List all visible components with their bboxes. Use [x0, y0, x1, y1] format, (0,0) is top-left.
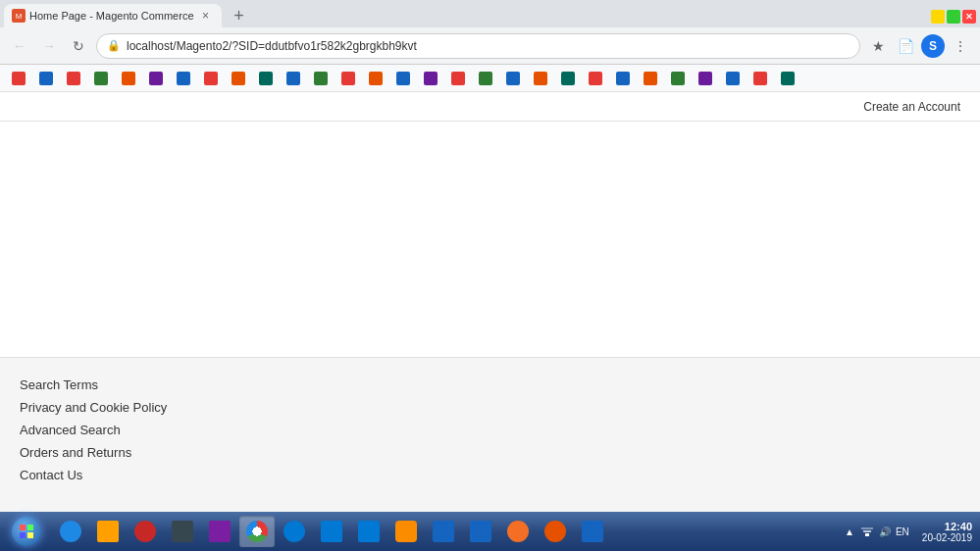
bookmark-item-13[interactable]: [363, 70, 388, 87]
xampp-taskbar-item[interactable]: [388, 516, 424, 547]
footer-link-advanced-search[interactable]: Advanced Search: [20, 423, 121, 437]
footer-link-orders-returns[interactable]: Orders and Returns: [20, 445, 131, 460]
url-text: localhost/Magento2/?SID=ddutbfvo1r582k2g…: [127, 39, 850, 53]
shield-taskbar-item[interactable]: [575, 516, 610, 547]
account-avatar[interactable]: S: [921, 34, 945, 58]
active-tab[interactable]: M Home Page - Magento Commerce ×: [4, 4, 222, 27]
lock-icon: 🔒: [107, 39, 121, 52]
url-bar[interactable]: 🔒 localhost/Magento2/?SID=ddutbfvo1r582k…: [96, 33, 860, 59]
bookmark-item-6[interactable]: [171, 70, 196, 87]
bm-icon-4: [122, 72, 135, 85]
footer-links: Search Terms Privacy and Cookie Policy A…: [20, 377, 960, 482]
bookmark-item-9[interactable]: [253, 70, 279, 87]
svg-rect-3: [27, 532, 33, 538]
clock-time: 12:40: [945, 521, 972, 532]
tray-input-icon[interactable]: EN: [895, 524, 910, 539]
main-body: [0, 122, 980, 357]
word-taskbar-item[interactable]: [426, 516, 461, 547]
bookmark-item-14[interactable]: [390, 70, 416, 87]
minimize-button[interactable]: [931, 10, 945, 24]
bookmark-item-24[interactable]: [665, 70, 691, 87]
bookmark-item-8[interactable]: [226, 70, 251, 87]
bm-icon-15: [424, 72, 438, 85]
bookmark-item-25[interactable]: [693, 70, 718, 87]
tray-show-hidden-button[interactable]: ▲: [842, 524, 857, 539]
vs-taskbar-icon: [209, 521, 231, 542]
bm-icon-5: [149, 72, 163, 85]
bookmark-item-26[interactable]: [720, 70, 746, 87]
bookmark-item-10[interactable]: [281, 70, 306, 87]
reload-button[interactable]: ↻: [67, 34, 90, 58]
tray-network-svg: [860, 525, 874, 538]
bookmark-item-7[interactable]: [198, 70, 224, 87]
magento-footer: Search Terms Privacy and Cookie Policy A…: [0, 357, 980, 512]
bm-icon-25: [698, 72, 712, 85]
outlook-taskbar-item[interactable]: [351, 516, 387, 547]
bookmark-item-4[interactable]: [116, 70, 141, 87]
bookmark-item-1[interactable]: [33, 70, 59, 87]
magento-taskbar-item[interactable]: [500, 516, 536, 547]
bm-icon-1: [39, 72, 53, 85]
window-close-button[interactable]: ✕: [962, 10, 976, 24]
bookmark-item-15[interactable]: [418, 70, 443, 87]
bookmark-item-18[interactable]: [500, 70, 526, 87]
browser-frame: M Home Page - Magento Commerce × + ✕ ← →…: [0, 0, 980, 551]
computer-taskbar-icon: [172, 521, 193, 542]
bookmark-star-button[interactable]: ★: [866, 34, 890, 58]
bm-icon-26: [726, 72, 740, 85]
bookmark-item-22[interactable]: [610, 70, 636, 87]
bookmark-item-17[interactable]: [473, 70, 498, 87]
bookmark-item-23[interactable]: [638, 70, 663, 87]
bookmark-item-20[interactable]: [555, 70, 581, 87]
tab-close-button[interactable]: ×: [198, 8, 214, 24]
bm-icon-18: [506, 72, 520, 85]
bookmark-item-19[interactable]: [528, 70, 553, 87]
skype-taskbar-icon: [284, 521, 305, 542]
bm-icon-11: [314, 72, 328, 85]
history-button[interactable]: 📄: [894, 34, 917, 58]
vs-taskbar-item[interactable]: [202, 516, 237, 547]
network-taskbar-item[interactable]: [463, 516, 498, 547]
tray-volume-icon[interactable]: 🔊: [877, 524, 893, 539]
windows-logo-icon: [19, 524, 34, 539]
svg-rect-2: [20, 532, 26, 538]
footer-link-search-terms[interactable]: Search Terms: [20, 377, 98, 392]
system-clock[interactable]: 12:40 20-02-2019: [916, 521, 978, 543]
create-account-link[interactable]: Create an Account: [863, 100, 960, 114]
explorer2-taskbar-item[interactable]: [314, 516, 349, 547]
bm-icon-21: [589, 72, 602, 85]
skype-taskbar-item[interactable]: [277, 516, 312, 547]
back-button[interactable]: ←: [8, 34, 31, 58]
new-tab-button[interactable]: +: [226, 4, 253, 27]
computer-taskbar-item[interactable]: [165, 516, 200, 547]
bookmark-item-21[interactable]: [583, 70, 608, 87]
chrome-taskbar-item[interactable]: [239, 516, 275, 547]
bookmark-item-2[interactable]: [61, 70, 86, 87]
media-taskbar-item[interactable]: [128, 516, 163, 547]
bookmark-item-12[interactable]: [335, 70, 361, 87]
bm-icon-19: [534, 72, 547, 85]
bookmark-item-28[interactable]: [775, 70, 800, 87]
folder-taskbar-item[interactable]: [90, 516, 126, 547]
footer-link-contact-us[interactable]: Contact Us: [20, 468, 82, 482]
bm-icon-22: [616, 72, 630, 85]
clock-date: 20-02-2019: [922, 532, 972, 543]
bookmark-item-11[interactable]: [308, 70, 334, 87]
maximize-button[interactable]: [947, 10, 960, 24]
bookmark-item-3[interactable]: [88, 70, 114, 87]
firefox-taskbar-icon: [544, 521, 566, 542]
bm-icon-8: [232, 72, 245, 85]
bookmark-item-16[interactable]: [445, 70, 471, 87]
bookmark-item-0[interactable]: [6, 70, 31, 87]
bookmark-item-27[interactable]: [748, 70, 773, 87]
media-taskbar-icon: [134, 521, 156, 542]
footer-link-privacy[interactable]: Privacy and Cookie Policy: [20, 400, 167, 415]
firefox-taskbar-item[interactable]: [538, 516, 573, 547]
tray-network-icon[interactable]: [859, 524, 875, 539]
forward-button[interactable]: →: [37, 34, 61, 58]
bookmark-item-5[interactable]: [143, 70, 169, 87]
chrome-menu-button[interactable]: ⋮: [949, 34, 972, 58]
tab-title: Home Page - Magento Commerce: [29, 10, 194, 22]
ie-taskbar-item[interactable]: [53, 516, 88, 547]
start-button[interactable]: [2, 514, 51, 549]
